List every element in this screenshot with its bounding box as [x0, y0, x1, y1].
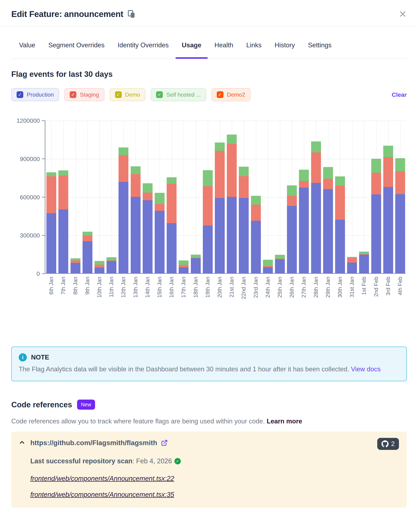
checkbox-checked-icon[interactable]: ✓ — [156, 91, 163, 98]
checkbox-checked-icon[interactable]: ✓ — [17, 91, 23, 98]
x-tick-label: 1st Feb — [361, 277, 367, 307]
tab-usage[interactable]: Usage — [182, 41, 201, 49]
y-tick-mark — [42, 274, 45, 274]
bar-segment-production — [275, 259, 285, 273]
file-links: frontend/web/components/Announcement.tsx… — [30, 475, 399, 498]
y-tick-label: 600000 — [12, 194, 40, 201]
bar-segment-staging — [70, 260, 81, 263]
page-title: Edit Feature: announcement — [11, 9, 123, 19]
chart-plot: 6th Jan7th Jan8th Jan9th Jan10th Jan11th… — [45, 121, 406, 274]
x-tick-label: 19th Jan — [205, 277, 211, 307]
checkbox-checked-icon[interactable]: ✓ — [217, 91, 223, 98]
bar-segment-staging — [155, 204, 164, 211]
learn-more-link[interactable]: Learn more — [267, 418, 302, 425]
bar-segment-self-hosted — [179, 260, 188, 265]
x-tick-label: 22nd Jan — [241, 277, 247, 307]
bar-segment-self-hosted — [299, 170, 309, 181]
bar-segment-self-hosted — [143, 183, 152, 193]
tab-history[interactable]: History — [275, 41, 295, 49]
note-title: NOTE — [31, 354, 49, 361]
note-body: The Flag Analytics data will be visible … — [19, 365, 399, 374]
x-tick-label: 13th Jan — [133, 277, 139, 307]
x-tick-label: 18th Jan — [193, 277, 199, 307]
checkbox-checked-icon[interactable]: ✓ — [70, 91, 76, 98]
bar-segment-staging — [46, 176, 56, 213]
x-tick-label: 21st Jan — [229, 277, 235, 307]
x-tick-label: 9th Jan — [84, 277, 91, 307]
tab-segment-overrides[interactable]: Segment Overrides — [48, 41, 104, 49]
env-pill[interactable]: ✓ Demo — [110, 88, 146, 101]
tab-health[interactable]: Health — [214, 41, 233, 49]
env-pill[interactable]: ✓ Staging — [64, 88, 104, 101]
bar-segment-staging — [167, 184, 176, 223]
y-tick-label: 300000 — [12, 232, 40, 239]
bar-segment-production — [70, 263, 81, 273]
env-pill[interactable]: ✓ Production — [11, 88, 59, 101]
bar-segment-staging — [94, 265, 104, 267]
bar-segment-production — [46, 213, 56, 273]
x-tick-label: 29th Jan — [325, 277, 331, 307]
x-tick-label: 25th Jan — [277, 277, 283, 307]
checkbox-checked-icon[interactable]: ✓ — [115, 91, 122, 98]
bar-segment-self-hosted — [263, 260, 273, 266]
github-count-badge[interactable]: 2 — [377, 438, 399, 450]
bar-segment-self-hosted — [58, 170, 68, 176]
tab-identity-overrides[interactable]: Identity Overrides — [118, 41, 169, 49]
bar-segment-production — [215, 198, 225, 273]
bar-segment-self-hosted — [323, 167, 333, 179]
environment-legend: ✓ Production ✓ Staging ✓ Demo ✓ Self hos… — [11, 88, 407, 101]
external-link-icon[interactable] — [161, 439, 168, 446]
env-label: Self hosted ... — [166, 91, 201, 98]
bar-segment-production — [118, 182, 128, 273]
bar-segment-production — [287, 206, 297, 273]
y-tick-mark — [42, 158, 45, 159]
tab-links[interactable]: Links — [246, 41, 262, 49]
bar-segment-production — [347, 263, 357, 273]
modal-header: Edit Feature: announcement ✕ — [0, 0, 418, 26]
bar-segment-production — [335, 220, 345, 273]
view-docs-link[interactable]: View docs — [351, 365, 381, 373]
bar-segment-staging — [143, 193, 152, 200]
collapse-chevron-icon[interactable] — [19, 438, 26, 447]
bar-segment-staging — [179, 265, 188, 267]
tab-value[interactable]: Value — [19, 41, 35, 49]
bar-segment-self-hosted — [46, 172, 56, 176]
bar-segment-production — [106, 261, 116, 273]
bar-segment-production — [311, 183, 321, 273]
clear-filters-link[interactable]: Clear — [392, 91, 407, 98]
env-pill[interactable]: ✓ Demo2 — [211, 88, 250, 101]
env-label: Demo — [125, 91, 140, 98]
file-reference-link[interactable]: frontend/web/components/Announcement.tsx… — [30, 475, 174, 482]
env-pill[interactable]: ✓ Self hosted ... — [151, 88, 206, 101]
bar-segment-staging — [299, 181, 309, 188]
x-tick-label: 4th Feb — [397, 277, 403, 307]
chart-yaxis: 03000006000009000001200000 — [11, 121, 45, 274]
bar-segment-production — [383, 187, 393, 273]
bar-segment-production — [58, 209, 68, 273]
bar-segment-staging — [287, 196, 297, 206]
repo-url-link[interactable]: https://github.com/Flagsmith/flagsmith — [30, 438, 157, 448]
bar-segment-staging — [359, 254, 369, 254]
bar-segment-production — [94, 267, 104, 273]
bar-segment-self-hosted — [215, 143, 225, 151]
bar-segment-production — [131, 197, 140, 273]
tab-settings[interactable]: Settings — [308, 41, 332, 49]
x-tick-label: 27th Jan — [301, 277, 307, 307]
bar-segment-self-hosted — [239, 167, 249, 176]
bar-segment-staging — [227, 144, 237, 197]
copy-icon[interactable] — [128, 10, 135, 18]
close-icon[interactable]: ✕ — [399, 9, 407, 19]
x-tick-label: 3rd Feb — [385, 277, 391, 307]
bar-segment-staging — [203, 186, 213, 226]
chart-title: Flag events for last 30 days — [11, 70, 407, 79]
y-tick-label: 900000 — [12, 155, 40, 162]
x-tick-label: 28th Jan — [313, 277, 319, 307]
x-tick-label: 8th Jan — [72, 277, 79, 307]
bar-segment-production — [203, 226, 213, 273]
bar-segment-production — [371, 194, 381, 273]
bar-segment-staging — [311, 152, 321, 183]
bar-segment-staging — [239, 176, 249, 198]
file-reference-link[interactable]: frontend/web/components/Announcement.tsx… — [30, 491, 174, 498]
x-tick-label: 7th Jan — [60, 277, 66, 307]
bar-segment-production — [359, 255, 369, 273]
